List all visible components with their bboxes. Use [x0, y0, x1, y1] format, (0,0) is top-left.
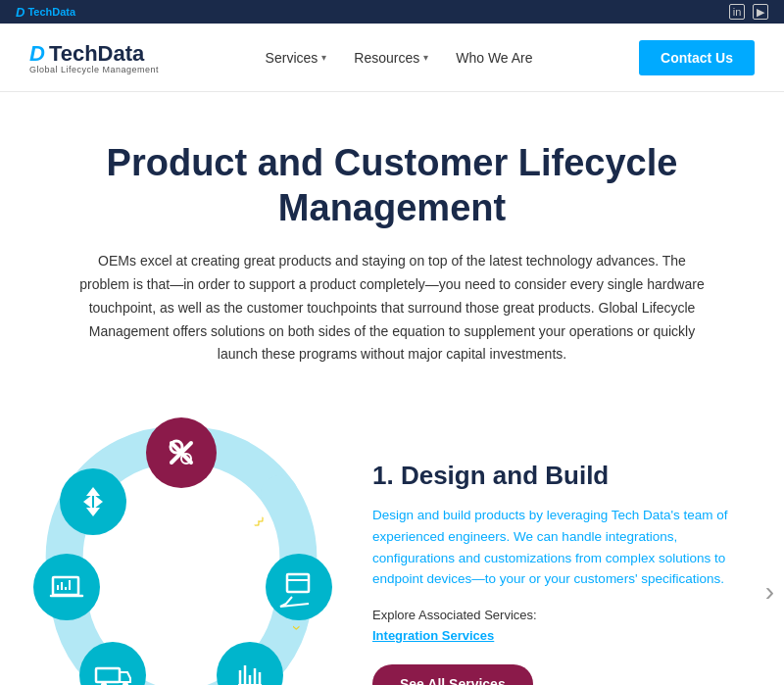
top-bar: D TechData in ▶ [0, 0, 784, 24]
top-bar-brand-name: TechData [27, 6, 75, 18]
svg-point-39 [60, 468, 126, 535]
svg-text:›: › [289, 625, 306, 630]
contact-us-button[interactable]: Contact Us [639, 40, 755, 75]
top-bar-logo: D TechData [16, 5, 75, 20]
panel-title: 1. Design and Build [372, 461, 755, 491]
info-panel: 1. Design and Build Design and build pro… [372, 451, 755, 685]
logo-brand-text: TechData [49, 41, 144, 67]
linkedin-icon[interactable]: in [729, 4, 745, 20]
nav-resources[interactable]: Resources ▾ [354, 50, 428, 66]
services-chevron-icon: ▾ [321, 52, 326, 63]
hero-title: Product and Customer Lifecycle Managemen… [78, 141, 706, 230]
nav-logo: D TechData Global Lifecycle Management [29, 41, 159, 74]
main-nav: D TechData Global Lifecycle Management S… [0, 24, 784, 92]
lifecycle-svg: › › › › › › › › › › › › [29, 416, 333, 685]
svg-text:›: › [255, 512, 270, 527]
svg-point-18 [266, 554, 332, 620]
explore-label: Explore Associated Services: [372, 608, 755, 622]
integration-services-link[interactable]: Integration Services [372, 628, 755, 643]
hero-section: Product and Customer Lifecycle Managemen… [0, 92, 784, 396]
top-bar-d-mark: D [16, 5, 24, 20]
nav-who-we-are[interactable]: Who We Are [456, 50, 532, 66]
logo-d-icon: D [29, 43, 45, 65]
see-all-services-button[interactable]: See All Services [372, 664, 533, 685]
next-arrow-button[interactable]: › [765, 576, 774, 608]
nav-services[interactable]: Services ▾ [266, 50, 327, 66]
logo-subtitle: Global Lifecycle Management [29, 65, 159, 74]
youtube-icon[interactable]: ▶ [753, 4, 768, 20]
hero-description: OEMs excel at creating great products an… [78, 250, 706, 367]
lifecycle-diagram: › › › › › › › › › › › › [29, 416, 333, 685]
nav-links: Services ▾ Resources ▾ Who We Are [266, 50, 533, 66]
nav-logo-main: D TechData [29, 41, 144, 67]
main-content: › › › › › › › › › › › › [0, 396, 784, 685]
top-bar-social-icons: in ▶ [729, 4, 768, 20]
panel-description: Design and build products by leveraging … [372, 505, 755, 589]
resources-chevron-icon: ▾ [423, 52, 428, 63]
